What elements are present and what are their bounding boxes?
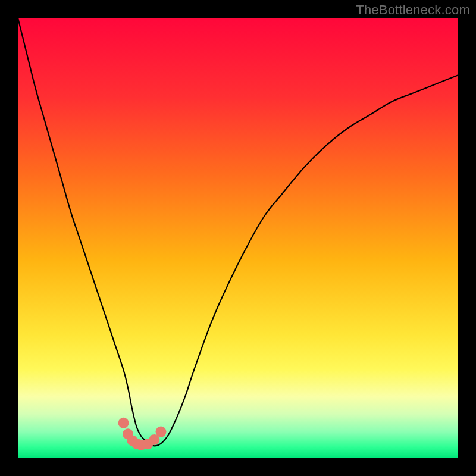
chart-stage: TheBottleneck.com [0,0,476,476]
watermark-text: TheBottleneck.com [356,2,470,18]
highlight-dot [156,427,167,437]
bottleneck-chart [18,18,458,458]
highlight-dot [118,418,129,428]
chart-background [18,18,458,458]
